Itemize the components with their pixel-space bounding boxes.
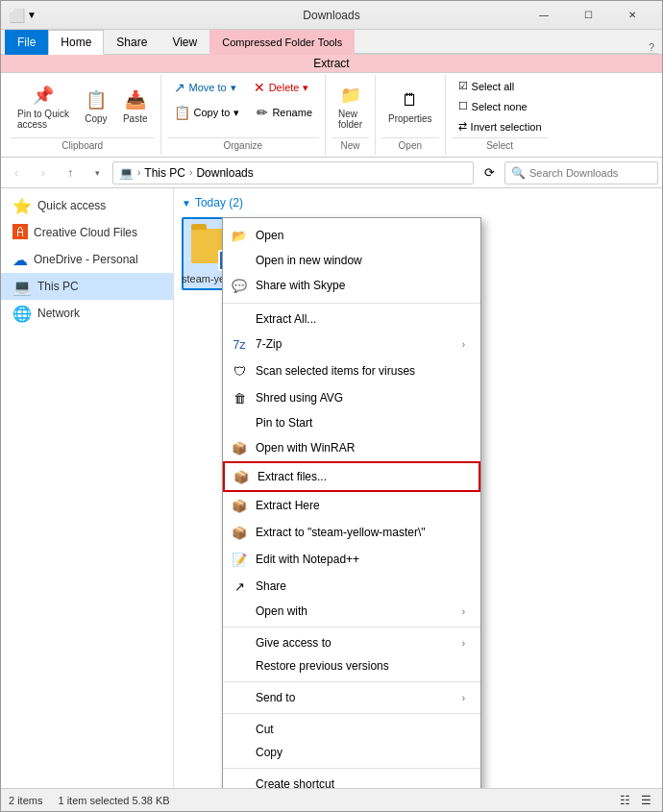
invert-selection-button[interactable]: ⇄ Invert selection [452, 117, 549, 135]
window: ⬜ ▼ Downloads ― ☐ ✕ File Home Share View… [0, 0, 663, 812]
ctx-share-label: Share [256, 579, 465, 593]
sidebar-item-onedrive[interactable]: ☁ OneDrive - Personal [1, 246, 173, 273]
path-downloads[interactable]: Downloads [196, 166, 253, 180]
minimize-button[interactable]: ― [522, 1, 566, 30]
up-button[interactable]: ↑ [59, 161, 82, 185]
detail-view-button[interactable]: ☰ [637, 792, 654, 809]
sidebar-item-creative-cloud[interactable]: 🅰 Creative Cloud Files [1, 219, 173, 246]
ctx-shred-icon: 🗑 [231, 389, 248, 406]
select-all-icon: ☑ [458, 80, 468, 92]
ctx-scan-label: Scan selected items for viruses [256, 364, 465, 378]
copy-to-button[interactable]: 📋 Copy to ▾ [167, 102, 247, 123]
ctx-winrar-icon: 📦 [231, 439, 248, 456]
ctx-edit-notepad[interactable]: 📝 Edit with Notepad++ [223, 546, 480, 573]
new-label: New [332, 137, 369, 153]
rename-icon: ✏ [257, 105, 268, 120]
title-bar: ⬜ ▼ Downloads ― ☐ ✕ [1, 1, 662, 30]
ctx-open-winrar[interactable]: 📦 Open with WinRAR [223, 434, 480, 461]
ctx-scan-icon: 🛡 [231, 362, 248, 380]
refresh-button[interactable]: ⟳ [478, 161, 501, 185]
ctx-open-icon: 📂 [231, 227, 248, 244]
paste-button[interactable]: 📥 Paste [116, 84, 155, 129]
quick-access-label: Quick access [37, 199, 106, 212]
ctx-restore-versions[interactable]: Restore previous versions [223, 654, 480, 677]
search-box[interactable]: 🔍 [504, 161, 658, 185]
close-button[interactable]: ✕ [610, 1, 654, 30]
extract-tab-label: Extract [313, 57, 349, 70]
ctx-shred-avg[interactable]: 🗑 Shred using AVG [223, 384, 480, 411]
pin-quick-access-button[interactable]: 📌 Pin to Quickaccess [11, 79, 76, 135]
ctx-cut[interactable]: Cut [223, 718, 480, 741]
ctx-share[interactable]: ↗ Share [223, 573, 480, 600]
copy-to-label: Copy to [194, 107, 231, 118]
extract-tab-bar: Extract [1, 55, 662, 73]
copy-icon: 📋 [85, 88, 108, 111]
ctx-sep-2 [223, 627, 480, 627]
back-button[interactable]: ‹ [5, 161, 28, 185]
network-icon: 🌐 [12, 305, 32, 323]
ctx-copy[interactable]: Copy [223, 741, 480, 764]
ctx-extract-files-icon: 📦 [233, 468, 250, 485]
new-group: 📁 Newfolder New [326, 75, 376, 155]
tab-share[interactable]: Share [104, 30, 160, 55]
select-group: ☑ Select all ☐ Select none ⇄ Invert sele… [446, 75, 554, 155]
open-label: Open [381, 137, 439, 153]
sidebar-item-this-pc[interactable]: 💻 This PC [1, 273, 173, 300]
quick-access-icon: ⭐ [12, 197, 32, 215]
delete-button[interactable]: ✕ Delete ▾ [247, 77, 316, 98]
ctx-extract-all[interactable]: Extract All... [223, 308, 480, 331]
ctx-open-winrar-label: Open with WinRAR [256, 441, 465, 455]
ctx-extract-here[interactable]: 📦 Extract Here [223, 492, 480, 519]
new-folder-button[interactable]: 📁 Newfolder [332, 79, 369, 135]
ctx-skype-icon: 💬 [231, 277, 248, 294]
list-view-button[interactable]: ☷ [616, 792, 633, 809]
ctx-send-to[interactable]: Send to › [223, 686, 480, 709]
paste-icon: 📥 [124, 88, 147, 111]
tab-view[interactable]: View [160, 30, 209, 55]
ctx-extract-all-label: Extract All... [256, 312, 465, 326]
rename-button[interactable]: ✏ Rename [250, 102, 319, 123]
ctx-open-with[interactable]: Open with › [223, 600, 480, 623]
ctx-open-new-window[interactable]: Open in new window [223, 249, 480, 272]
ctx-create-shortcut[interactable]: Create shortcut [223, 773, 480, 788]
ctx-7zip[interactable]: 7z 7-Zip › [223, 331, 480, 357]
ctx-pin-start[interactable]: Pin to Start [223, 411, 480, 434]
ctx-extract-to[interactable]: 📦 Extract to "steam-yellow-master\" [223, 519, 480, 546]
pin-icon: 📌 [32, 84, 55, 107]
copy-button[interactable]: 📋 Copy [78, 84, 114, 129]
tab-file[interactable]: File [5, 30, 48, 55]
move-to-button[interactable]: ↗ Move to ▾ [167, 77, 243, 98]
tab-compressed[interactable]: Compressed Folder Tools [209, 30, 355, 55]
select-label: Select [452, 137, 549, 153]
ctx-extract-here-icon: 📦 [231, 497, 248, 514]
recent-button[interactable]: ▾ [86, 161, 109, 185]
title-bar-icons: ⬜ ▼ [9, 8, 37, 23]
section-label: Today (2) [195, 196, 243, 209]
select-all-button[interactable]: ☑ Select all [452, 77, 549, 95]
properties-button[interactable]: 🗒 Properties [381, 84, 439, 129]
help-button[interactable]: ? [649, 41, 654, 53]
clipboard-label: Clipboard [11, 137, 155, 153]
ctx-scan-virus[interactable]: 🛡 Scan selected items for viruses [223, 357, 480, 384]
search-input[interactable] [529, 167, 662, 179]
address-bar: ‹ › ↑ ▾ 💻 › This PC › Downloads ⟳ 🔍 [1, 158, 662, 188]
address-path[interactable]: 💻 › This PC › Downloads [112, 161, 474, 185]
view-controls: ☷ ☰ [616, 792, 654, 809]
sidebar-item-network[interactable]: 🌐 Network [1, 300, 173, 327]
file-area: ▼ Today (2) Z steam-yellow-m... [174, 188, 662, 788]
ctx-open[interactable]: 📂 Open [223, 222, 480, 249]
organize-row2: 📋 Copy to ▾ ✏ Rename [167, 102, 320, 123]
maximize-button[interactable]: ☐ [566, 1, 610, 30]
forward-button[interactable]: › [32, 161, 55, 185]
ctx-give-access[interactable]: Give access to › [223, 631, 480, 654]
ctx-give-access-label: Give access to [256, 636, 454, 650]
invert-icon: ⇄ [458, 120, 467, 133]
path-this-pc[interactable]: This PC [144, 166, 185, 180]
main-area: ⭐ Quick access 🅰 Creative Cloud Files ☁ … [1, 188, 662, 788]
select-none-button[interactable]: ☐ Select none [452, 97, 549, 115]
tab-home[interactable]: Home [48, 30, 104, 55]
ctx-extract-files[interactable]: 📦 Extract files... [223, 461, 480, 492]
move-to-label: Move to [189, 82, 227, 93]
ctx-share-skype[interactable]: 💬 Share with Skype [223, 272, 480, 299]
sidebar-item-quick-access[interactable]: ⭐ Quick access [1, 192, 173, 219]
